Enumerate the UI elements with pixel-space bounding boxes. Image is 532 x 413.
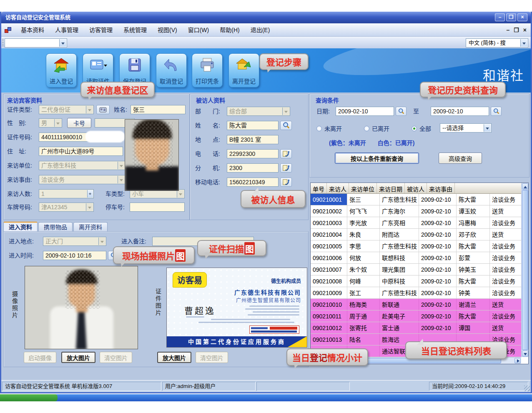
table-row[interactable]: 090210005李思 广东德生科技2009-02-10 陈大雷洽谈业务: [311, 240, 528, 252]
zoom-photo-button[interactable]: 放大图片: [61, 352, 95, 363]
table-row[interactable]: 090210001张三 广东德生科技2009-02-10 陈大雷洽谈业务: [311, 194, 528, 205]
table-row[interactable]: 090210006何放 联想科技2009-02-10 彭萱洽谈业务: [311, 252, 528, 264]
column-header[interactable]: 单号: [311, 183, 327, 193]
menu-item[interactable]: 窗口(W): [183, 24, 215, 36]
table-row[interactable]: 090210004朱良 附而达2009-02-10 邓子欣送货: [311, 229, 528, 240]
stepper-arrows-icon[interactable]: [87, 190, 93, 198]
card-no-button[interactable]: 卡号: [67, 118, 91, 128]
visitor-name-input[interactable]: 张三: [130, 105, 186, 114]
card-image-vertical-label: 证件图片: [154, 288, 162, 317]
dial-extension-button[interactable]: [280, 163, 292, 173]
statusbar-user: 用户:admin-超级用户: [162, 382, 256, 391]
table-row[interactable]: 090210007朱个奴 理光集团2009-02-10 钟美玉洽谈业务: [311, 264, 528, 275]
visit-reason-select[interactable]: 洽谈业务: [39, 175, 125, 184]
dept-select[interactable]: 综合部: [227, 107, 290, 116]
print-ticket-button[interactable]: 打印凭条: [192, 53, 223, 88]
resize-grip[interactable]: [524, 385, 530, 391]
chevron-down-icon: [86, 203, 93, 211]
date-to-picker-button[interactable]: [491, 107, 502, 116]
zoom-card-button[interactable]: 放大图片: [157, 352, 191, 363]
chevron-down-icon[interactable]: [520, 39, 527, 47]
mdi-restore-icon[interactable]: ❐: [514, 27, 519, 33]
clear-card-button[interactable]: 清空图片: [196, 352, 228, 363]
table-row[interactable]: 090210011周于通 赴美电子2009-02-10 陈大雷洽谈业务: [311, 310, 528, 322]
radio-icon[interactable]: [316, 126, 322, 131]
column-header[interactable]: 来访单位: [349, 183, 377, 193]
table-row[interactable]: 090210008何峰 中原科技2009-02-10 陈大雷洽谈业务: [311, 275, 528, 287]
entry-time-input[interactable]: 2009-02-10 10:16: [43, 251, 106, 260]
column-header[interactable]: 被访人: [405, 183, 427, 193]
chevron-down-icon[interactable]: [59, 39, 66, 47]
language-bar[interactable]: 中文 (简体) - 搜: [466, 38, 528, 48]
visit-unit-select[interactable]: 广东德生科技: [39, 161, 125, 170]
advanced-query-button[interactable]: 高级查询: [439, 153, 482, 164]
dial-mobile-button[interactable]: [280, 178, 292, 187]
table-row[interactable]: 090210002何飞飞 广东海尔2009-02-10 谭玉姣送货: [311, 205, 528, 217]
menu-item[interactable]: 基本资料: [15, 24, 50, 36]
lookup-person-button[interactable]: [280, 121, 292, 130]
column-header[interactable]: 来访人: [327, 183, 349, 193]
menu-item[interactable]: 退出(E): [245, 24, 276, 36]
plate-select[interactable]: 津A12345: [39, 203, 94, 212]
table-row[interactable]: 090210012张寄托 富士通2009-02-10 谭国送货: [311, 322, 528, 334]
tab[interactable]: 离开资料: [73, 222, 108, 232]
menu-item[interactable]: 帮助(H): [214, 24, 245, 36]
visitor-count-stepper[interactable]: 1: [39, 189, 94, 198]
requery-button[interactable]: 按以上条件重新查询: [335, 153, 419, 164]
date-to-text: 至: [413, 107, 419, 116]
extension-input[interactable]: 2300: [227, 163, 279, 173]
visitor-panel: 来访宾客资料 证件类型: 二代身份证 姓名: 张三 性 别: 男 卡号 证件号码…: [3, 94, 190, 220]
visited-name-input[interactable]: 陈大雷: [227, 121, 279, 130]
menu-item[interactable]: 系统管理: [118, 24, 152, 36]
start-camera-button[interactable]: 启动摄像: [24, 352, 56, 363]
chevron-down-icon[interactable]: [484, 124, 491, 132]
status-filter-select[interactable]: --请选择: [440, 123, 492, 133]
menu-item[interactable]: 访客管理: [84, 24, 118, 36]
dial-phone-button[interactable]: [280, 149, 292, 158]
tab[interactable]: 携带物品: [38, 222, 73, 232]
mdi-minimize-icon[interactable]: –: [506, 27, 509, 33]
app-icon: [5, 27, 11, 33]
clear-photo-button[interactable]: 清空图片: [100, 352, 132, 363]
date-from-picker-button[interactable]: [396, 107, 407, 116]
scroll-down-icon[interactable]: [522, 350, 528, 357]
callout-daily-list: 当日登记资料列表: [405, 341, 507, 359]
column-header[interactable]: 来访事由: [427, 183, 455, 193]
column-header[interactable]: 来访日期: [377, 183, 405, 193]
scrollbar-thumb[interactable]: [522, 190, 528, 350]
phone-note-icon: [282, 178, 290, 186]
status-radio[interactable]: 未离开: [316, 124, 342, 133]
radio-icon[interactable]: [412, 126, 417, 131]
vertical-scrollbar[interactable]: [521, 183, 528, 357]
menu-item[interactable]: 视图(V): [152, 24, 183, 36]
scroll-up-icon[interactable]: [522, 183, 528, 190]
table-row[interactable]: 090210010杨海类 新联通2009-02-10 谢清兰送货: [311, 299, 528, 310]
gender-select[interactable]: 男: [39, 118, 62, 128]
mdi-close-icon[interactable]: ×: [523, 27, 527, 33]
tab[interactable]: 进入资料: [3, 222, 38, 232]
scroll-right-icon[interactable]: [514, 358, 521, 363]
close-icon[interactable]: ×: [517, 13, 527, 21]
quick-combo[interactable]: [5, 38, 67, 48]
card-reader-button[interactable]: [96, 105, 110, 114]
table-row[interactable]: 090210009张工 广东德生科技2009-02-10 钟美洽谈业务: [311, 287, 528, 299]
status-radio[interactable]: 全部: [412, 124, 431, 133]
entry-place-select[interactable]: 正大门: [43, 237, 106, 246]
radio-icon[interactable]: [364, 126, 369, 131]
table-row[interactable]: 090210003李光放 广东亮相2009-02-10 冯惠梅洽谈业务: [311, 217, 528, 229]
date-from-input[interactable]: 2009-02-10: [336, 107, 394, 116]
leave-register-button[interactable]: 离开登记: [228, 53, 259, 88]
menu-item[interactable]: 人事管理: [50, 24, 84, 36]
cert-type-select[interactable]: 二代身份证: [39, 105, 94, 114]
minimize-icon[interactable]: –: [495, 13, 505, 21]
cancel-register-button[interactable]: 取消登记: [156, 53, 187, 88]
address-input[interactable]: 广州市中山大道89号: [39, 147, 123, 156]
enter-register-button[interactable]: 进入登记: [46, 53, 77, 88]
id-card-icon: [89, 57, 107, 74]
location-input[interactable]: B幢 2301 室: [227, 135, 279, 144]
date-to-input[interactable]: 2009-02-10: [431, 107, 489, 116]
phone-input[interactable]: 22992300: [227, 149, 279, 158]
parking-input[interactable]: [130, 203, 185, 212]
restore-icon[interactable]: ❐: [506, 13, 516, 21]
status-radio[interactable]: 已离开: [364, 124, 389, 133]
